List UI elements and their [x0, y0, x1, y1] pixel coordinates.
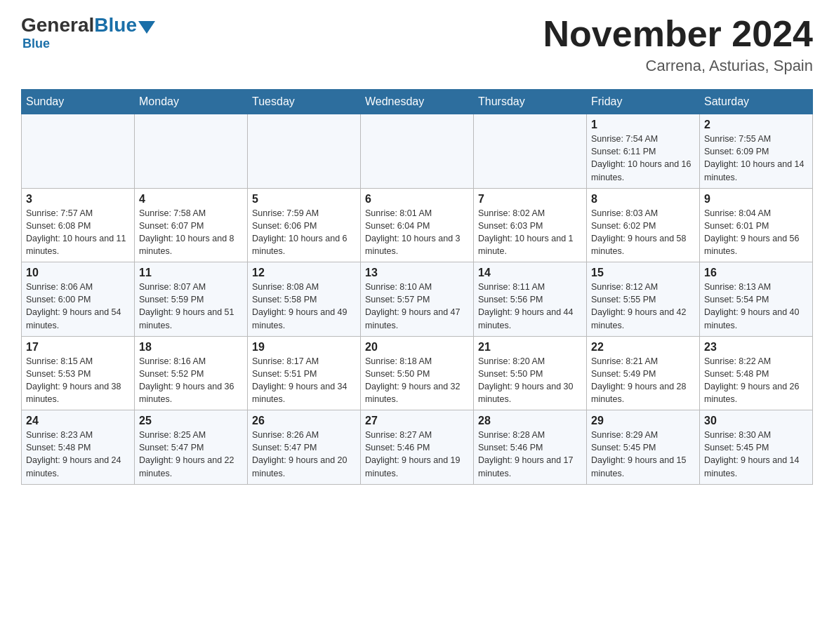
week-row-3: 10Sunrise: 8:06 AM Sunset: 6:00 PM Dayli…	[22, 262, 813, 337]
day-info: Sunrise: 7:55 AM Sunset: 6:09 PM Dayligh…	[704, 133, 808, 184]
week-row-1: 1Sunrise: 7:54 AM Sunset: 6:11 PM Daylig…	[22, 114, 813, 189]
day-number: 22	[591, 341, 695, 354]
day-number: 20	[365, 341, 469, 354]
day-info: Sunrise: 8:07 AM Sunset: 5:59 PM Dayligh…	[139, 281, 243, 332]
calendar-cell: 18Sunrise: 8:16 AM Sunset: 5:52 PM Dayli…	[135, 336, 248, 410]
day-info: Sunrise: 8:26 AM Sunset: 5:47 PM Dayligh…	[252, 429, 356, 480]
day-number: 6	[365, 193, 469, 206]
logo-general: General	[21, 14, 94, 36]
day-info: Sunrise: 8:12 AM Sunset: 5:55 PM Dayligh…	[591, 281, 695, 332]
header-day-thursday: Thursday	[474, 90, 587, 114]
day-number: 24	[26, 415, 130, 427]
day-info: Sunrise: 7:59 AM Sunset: 6:06 PM Dayligh…	[252, 207, 356, 258]
header-day-saturday: Saturday	[700, 90, 813, 114]
day-info: Sunrise: 8:06 AM Sunset: 6:00 PM Dayligh…	[26, 281, 130, 332]
week-row-2: 3Sunrise: 7:57 AM Sunset: 6:08 PM Daylig…	[22, 188, 813, 262]
calendar-cell: 8Sunrise: 8:03 AM Sunset: 6:02 PM Daylig…	[587, 188, 700, 262]
day-number: 25	[139, 415, 243, 427]
day-info: Sunrise: 7:54 AM Sunset: 6:11 PM Dayligh…	[591, 133, 695, 184]
header-day-sunday: Sunday	[22, 90, 135, 114]
calendar-cell: 1Sunrise: 7:54 AM Sunset: 6:11 PM Daylig…	[587, 114, 700, 189]
calendar-cell: 16Sunrise: 8:13 AM Sunset: 5:54 PM Dayli…	[700, 262, 813, 337]
day-number: 7	[478, 193, 582, 206]
day-number: 2	[704, 119, 808, 131]
day-number: 1	[591, 119, 695, 131]
calendar-cell: 19Sunrise: 8:17 AM Sunset: 5:51 PM Dayli…	[248, 336, 361, 410]
calendar-cell: 27Sunrise: 8:27 AM Sunset: 5:46 PM Dayli…	[361, 410, 474, 485]
calendar-table: SundayMondayTuesdayWednesdayThursdayFrid…	[21, 89, 813, 485]
calendar-cell: 21Sunrise: 8:20 AM Sunset: 5:50 PM Dayli…	[474, 336, 587, 410]
calendar-cell: 12Sunrise: 8:08 AM Sunset: 5:58 PM Dayli…	[248, 262, 361, 337]
calendar-cell: 23Sunrise: 8:22 AM Sunset: 5:48 PM Dayli…	[700, 336, 813, 410]
day-info: Sunrise: 8:16 AM Sunset: 5:52 PM Dayligh…	[139, 355, 243, 406]
calendar-cell	[248, 114, 361, 189]
header-row: SundayMondayTuesdayWednesdayThursdayFrid…	[22, 90, 813, 114]
page-header: General Blue Blue November 2024 Carrena,…	[21, 14, 813, 75]
logo-subtitle: Blue	[22, 36, 50, 51]
day-number: 12	[252, 267, 356, 279]
day-number: 17	[26, 341, 130, 354]
day-info: Sunrise: 8:18 AM Sunset: 5:50 PM Dayligh…	[365, 355, 469, 406]
day-number: 23	[704, 341, 808, 354]
day-info: Sunrise: 8:02 AM Sunset: 6:03 PM Dayligh…	[478, 207, 582, 258]
week-row-5: 24Sunrise: 8:23 AM Sunset: 5:48 PM Dayli…	[22, 410, 813, 485]
calendar-cell: 14Sunrise: 8:11 AM Sunset: 5:56 PM Dayli…	[474, 262, 587, 337]
logo-triangle-icon	[138, 21, 155, 34]
day-info: Sunrise: 8:20 AM Sunset: 5:50 PM Dayligh…	[478, 355, 582, 406]
day-number: 11	[139, 267, 243, 279]
title-block: November 2024 Carrena, Asturias, Spain	[543, 14, 813, 75]
day-number: 21	[478, 341, 582, 354]
day-number: 29	[591, 415, 695, 427]
calendar-cell: 5Sunrise: 7:59 AM Sunset: 6:06 PM Daylig…	[248, 188, 361, 262]
calendar-cell: 7Sunrise: 8:02 AM Sunset: 6:03 PM Daylig…	[474, 188, 587, 262]
day-info: Sunrise: 8:22 AM Sunset: 5:48 PM Dayligh…	[704, 355, 808, 406]
day-info: Sunrise: 8:21 AM Sunset: 5:49 PM Dayligh…	[591, 355, 695, 406]
day-info: Sunrise: 8:01 AM Sunset: 6:04 PM Dayligh…	[365, 207, 469, 258]
day-info: Sunrise: 8:23 AM Sunset: 5:48 PM Dayligh…	[26, 429, 130, 480]
logo-text: General Blue	[21, 14, 155, 36]
calendar-cell: 10Sunrise: 8:06 AM Sunset: 6:00 PM Dayli…	[22, 262, 135, 337]
calendar-body: 1Sunrise: 7:54 AM Sunset: 6:11 PM Daylig…	[22, 114, 813, 485]
calendar-cell	[474, 114, 587, 189]
day-info: Sunrise: 7:57 AM Sunset: 6:08 PM Dayligh…	[26, 207, 130, 258]
calendar-cell	[22, 114, 135, 189]
calendar-cell: 25Sunrise: 8:25 AM Sunset: 5:47 PM Dayli…	[135, 410, 248, 485]
location-subtitle: Carrena, Asturias, Spain	[543, 57, 813, 75]
day-number: 4	[139, 193, 243, 206]
calendar-cell: 4Sunrise: 7:58 AM Sunset: 6:07 PM Daylig…	[135, 188, 248, 262]
day-info: Sunrise: 8:28 AM Sunset: 5:46 PM Dayligh…	[478, 429, 582, 480]
day-number: 9	[704, 193, 808, 206]
calendar-cell: 6Sunrise: 8:01 AM Sunset: 6:04 PM Daylig…	[361, 188, 474, 262]
day-number: 13	[365, 267, 469, 279]
day-info: Sunrise: 8:25 AM Sunset: 5:47 PM Dayligh…	[139, 429, 243, 480]
calendar-cell: 15Sunrise: 8:12 AM Sunset: 5:55 PM Dayli…	[587, 262, 700, 337]
day-info: Sunrise: 7:58 AM Sunset: 6:07 PM Dayligh…	[139, 207, 243, 258]
day-info: Sunrise: 8:11 AM Sunset: 5:56 PM Dayligh…	[478, 281, 582, 332]
calendar-cell: 30Sunrise: 8:30 AM Sunset: 5:45 PM Dayli…	[700, 410, 813, 485]
day-number: 19	[252, 341, 356, 354]
day-info: Sunrise: 8:04 AM Sunset: 6:01 PM Dayligh…	[704, 207, 808, 258]
day-number: 15	[591, 267, 695, 279]
day-number: 5	[252, 193, 356, 206]
day-info: Sunrise: 8:13 AM Sunset: 5:54 PM Dayligh…	[704, 281, 808, 332]
week-row-4: 17Sunrise: 8:15 AM Sunset: 5:53 PM Dayli…	[22, 336, 813, 410]
calendar-cell: 11Sunrise: 8:07 AM Sunset: 5:59 PM Dayli…	[135, 262, 248, 337]
calendar-cell	[135, 114, 248, 189]
day-number: 16	[704, 267, 808, 279]
calendar-cell: 29Sunrise: 8:29 AM Sunset: 5:45 PM Dayli…	[587, 410, 700, 485]
calendar-cell: 24Sunrise: 8:23 AM Sunset: 5:48 PM Dayli…	[22, 410, 135, 485]
day-info: Sunrise: 8:30 AM Sunset: 5:45 PM Dayligh…	[704, 429, 808, 480]
day-info: Sunrise: 8:03 AM Sunset: 6:02 PM Dayligh…	[591, 207, 695, 258]
header-day-friday: Friday	[587, 90, 700, 114]
header-day-monday: Monday	[135, 90, 248, 114]
calendar-cell: 2Sunrise: 7:55 AM Sunset: 6:09 PM Daylig…	[700, 114, 813, 189]
calendar-cell: 28Sunrise: 8:28 AM Sunset: 5:46 PM Dayli…	[474, 410, 587, 485]
calendar-cell: 26Sunrise: 8:26 AM Sunset: 5:47 PM Dayli…	[248, 410, 361, 485]
logo: General Blue Blue	[21, 14, 155, 51]
day-number: 26	[252, 415, 356, 427]
header-day-wednesday: Wednesday	[361, 90, 474, 114]
day-number: 28	[478, 415, 582, 427]
calendar-cell: 9Sunrise: 8:04 AM Sunset: 6:01 PM Daylig…	[700, 188, 813, 262]
day-number: 14	[478, 267, 582, 279]
day-info: Sunrise: 8:15 AM Sunset: 5:53 PM Dayligh…	[26, 355, 130, 406]
